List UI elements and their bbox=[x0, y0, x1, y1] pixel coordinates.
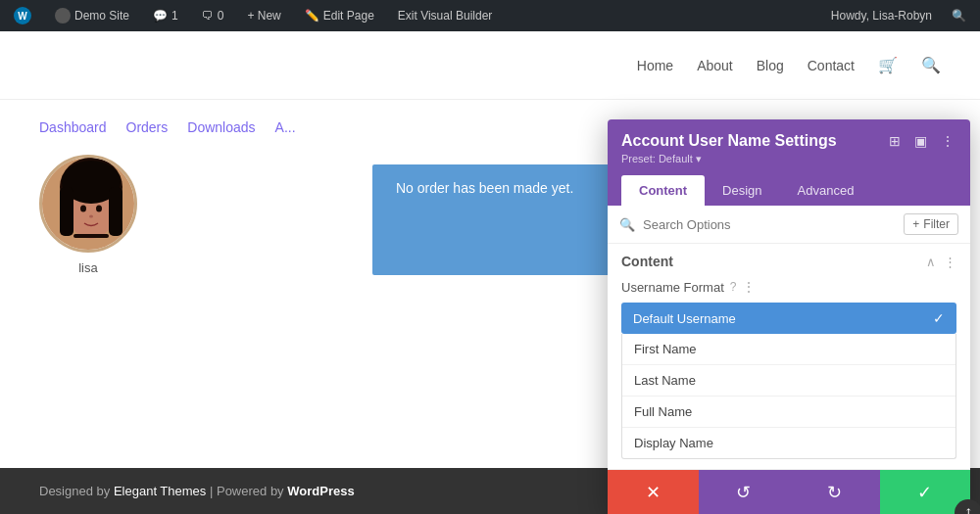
undo-icon: ↺ bbox=[736, 482, 751, 503]
panel-preset[interactable]: Preset: Default bbox=[621, 153, 956, 165]
site-name-item[interactable]: Demo Site bbox=[49, 0, 135, 31]
svg-point-7 bbox=[96, 206, 102, 212]
tab-downloads[interactable]: Downloads bbox=[187, 119, 255, 135]
content-section-header: Content ∧ ⋮ bbox=[608, 244, 970, 275]
search-options-input[interactable] bbox=[643, 217, 896, 232]
footer-elegant-themes[interactable]: Elegant Themes bbox=[114, 484, 206, 498]
comments-icon: 💬 bbox=[153, 9, 168, 23]
tab-advanced[interactable]: Advanced bbox=[780, 175, 872, 206]
comment-bubble[interactable]: 🗨 0 bbox=[196, 0, 230, 31]
tab-account[interactable]: A... bbox=[275, 119, 296, 135]
field-help-icon[interactable]: ? bbox=[730, 280, 737, 294]
svg-rect-4 bbox=[60, 187, 74, 236]
save-icon: ✓ bbox=[917, 482, 932, 503]
comments-count: 1 bbox=[172, 9, 178, 23]
cancel-icon: ✕ bbox=[646, 482, 661, 503]
edit-icon: ✏️ bbox=[305, 9, 319, 23]
panel-header: Account User Name Settings ⊞ ▣ ⋮ Preset:… bbox=[608, 119, 970, 206]
redo-button[interactable]: ↻ bbox=[789, 470, 880, 514]
panel-responsive-icon[interactable]: ⊞ bbox=[887, 131, 903, 151]
site-nav: Home About Blog Contact 🛒 🔍 bbox=[0, 31, 980, 100]
field-label: Username Format bbox=[621, 280, 724, 295]
tab-orders[interactable]: Orders bbox=[126, 119, 169, 135]
panel-layout-icon[interactable]: ▣ bbox=[912, 131, 929, 151]
search-options-icon: 🔍 bbox=[619, 217, 635, 232]
option-last-name[interactable]: Last Name bbox=[622, 365, 956, 397]
panel-tabs: Content Design Advanced bbox=[621, 175, 956, 206]
panel-body: 🔍 + Filter Content ∧ ⋮ Username Format ? bbox=[608, 206, 970, 514]
field-menu-icon[interactable]: ⋮ bbox=[742, 279, 756, 295]
nav-home[interactable]: Home bbox=[637, 58, 673, 73]
admin-bar-right: Howdy, Lisa-Robyn 🔍 bbox=[825, 9, 972, 23]
footer-designed-by: Designed by bbox=[39, 484, 110, 498]
username-label: lisa bbox=[78, 260, 98, 275]
nav-about[interactable]: About bbox=[697, 58, 733, 73]
section-menu-icon[interactable]: ⋮ bbox=[944, 255, 956, 269]
comments-item[interactable]: 💬 1 bbox=[147, 0, 184, 31]
panel-title-row: Account User Name Settings ⊞ ▣ ⋮ bbox=[621, 131, 956, 151]
site-name: Demo Site bbox=[74, 9, 129, 23]
admin-bar: W Demo Site 💬 1 🗨 0 + New ✏️ Edit Page E… bbox=[0, 0, 980, 31]
svg-rect-5 bbox=[109, 187, 122, 236]
panel-footer: ✕ ↺ ↻ ✓ bbox=[608, 469, 970, 514]
site-icon bbox=[55, 8, 71, 23]
section-title: Content bbox=[621, 254, 673, 269]
svg-point-6 bbox=[80, 206, 86, 212]
wp-logo-icon: W bbox=[14, 7, 31, 24]
search-icon: 🔍 bbox=[952, 9, 966, 23]
cart-icon[interactable]: 🛒 bbox=[878, 56, 898, 74]
search-bar: 🔍 + Filter bbox=[608, 206, 970, 244]
footer-wordpress[interactable]: WordPress bbox=[287, 484, 354, 498]
nav-contact[interactable]: Contact bbox=[808, 58, 855, 73]
new-content-item[interactable]: + New bbox=[241, 0, 286, 31]
nav-blog[interactable]: Blog bbox=[757, 58, 784, 73]
section-collapse-icon[interactable]: ∧ bbox=[926, 255, 936, 269]
new-label: + New bbox=[247, 9, 280, 23]
no-orders-text: No order has been made yet. bbox=[396, 180, 573, 196]
bubble-count: 0 bbox=[218, 9, 224, 23]
filter-button[interactable]: + Filter bbox=[904, 213, 958, 235]
panel-title-icons: ⊞ ▣ ⋮ bbox=[887, 131, 956, 151]
footer-separator: | bbox=[210, 484, 217, 498]
search-bar-item[interactable]: 🔍 bbox=[946, 9, 972, 23]
search-nav-icon[interactable]: 🔍 bbox=[921, 56, 941, 74]
avatar bbox=[39, 155, 137, 253]
filter-label: Filter bbox=[923, 217, 950, 231]
user-profile-section: lisa bbox=[39, 155, 137, 275]
settings-panel: Account User Name Settings ⊞ ▣ ⋮ Preset:… bbox=[608, 119, 970, 514]
option-full-name[interactable]: Full Name bbox=[622, 397, 956, 428]
edit-page-item[interactable]: ✏️ Edit Page bbox=[299, 0, 380, 31]
undo-button[interactable]: ↺ bbox=[699, 470, 790, 514]
footer-powered-by: Powered by bbox=[217, 484, 284, 498]
option-first-name[interactable]: First Name bbox=[622, 334, 956, 365]
site-wrapper: Home About Blog Contact 🛒 🔍 Dashboard Or… bbox=[0, 31, 980, 514]
exit-builder-label: Exit Visual Builder bbox=[398, 9, 493, 23]
cancel-button[interactable]: ✕ bbox=[608, 470, 699, 514]
dropdown-check-icon: ✓ bbox=[933, 310, 945, 326]
howdy-item[interactable]: Howdy, Lisa-Robyn bbox=[825, 9, 938, 23]
section-controls: ∧ ⋮ bbox=[926, 255, 956, 269]
exit-builder-item[interactable]: Exit Visual Builder bbox=[392, 0, 499, 31]
panel-more-icon[interactable]: ⋮ bbox=[939, 131, 956, 151]
bubble-icon: 🗨 bbox=[202, 9, 214, 23]
howdy-text: Howdy, Lisa-Robyn bbox=[831, 9, 932, 23]
tab-dashboard[interactable]: Dashboard bbox=[39, 119, 107, 135]
edit-page-label: Edit Page bbox=[323, 9, 374, 23]
dropdown-options: First Name Last Name Full Name Display N… bbox=[621, 334, 956, 459]
option-display-name[interactable]: Display Name bbox=[622, 428, 956, 458]
panel-title: Account User Name Settings bbox=[621, 132, 837, 150]
redo-icon: ↻ bbox=[827, 482, 842, 503]
username-format-dropdown: Default Username ✓ First Name Last Name … bbox=[621, 303, 956, 459]
tab-content[interactable]: Content bbox=[621, 175, 705, 206]
dropdown-selected[interactable]: Default Username ✓ bbox=[621, 303, 956, 334]
svg-point-8 bbox=[89, 215, 93, 218]
wp-logo-item[interactable]: W bbox=[8, 0, 37, 31]
drag-icon: ⤡ bbox=[960, 505, 977, 514]
username-format-row: Username Format ? ⋮ bbox=[608, 275, 970, 303]
filter-plus-icon: + bbox=[912, 217, 919, 231]
dropdown-selected-label: Default Username bbox=[633, 311, 736, 326]
tab-design[interactable]: Design bbox=[705, 175, 779, 206]
svg-rect-9 bbox=[74, 234, 109, 238]
